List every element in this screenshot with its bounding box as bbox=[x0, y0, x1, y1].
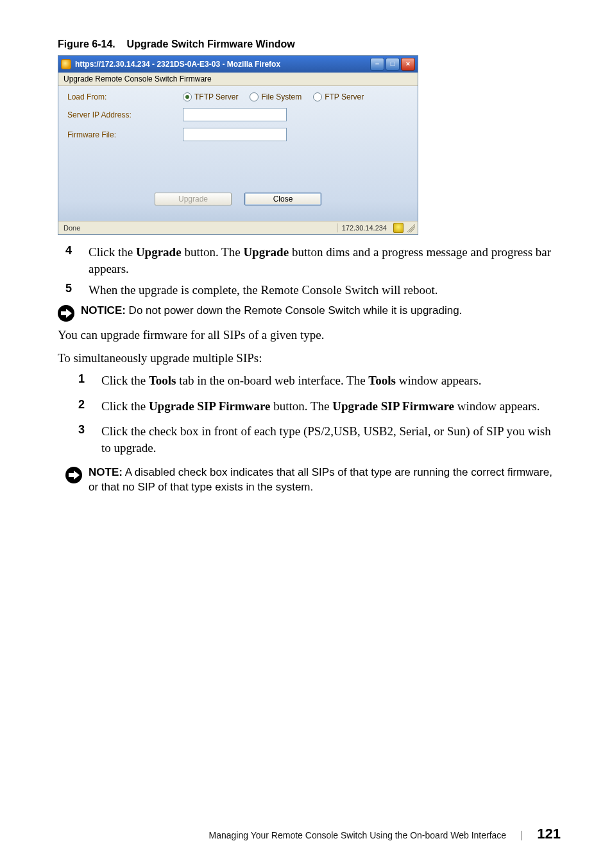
server-ip-input[interactable] bbox=[183, 108, 287, 121]
firmware-file-input[interactable] bbox=[183, 128, 287, 141]
status-text: Done bbox=[64, 224, 337, 232]
close-window-button[interactable]: × bbox=[401, 58, 415, 71]
footer-text: Managing Your Remote Console Switch Usin… bbox=[209, 830, 507, 840]
ol-1-number: 1 bbox=[78, 372, 101, 389]
radio-ftp-label: FTP Server bbox=[325, 92, 364, 101]
radio-tftp-label: TFTP Server bbox=[194, 92, 238, 101]
note-callout: NOTE: A disabled check box indicates tha… bbox=[65, 465, 561, 495]
page-number: 121 bbox=[537, 826, 561, 842]
firefox-icon bbox=[61, 59, 71, 69]
figure-title: Upgrade Switch Firmware Window bbox=[127, 39, 295, 49]
radio-file-label: File System bbox=[261, 92, 302, 101]
step-4-number: 4 bbox=[65, 244, 89, 277]
notice-label: NOTICE: bbox=[81, 304, 126, 317]
upgrade-button[interactable]: Upgrade bbox=[155, 193, 232, 205]
status-ip: 172.30.14.234 bbox=[337, 223, 391, 232]
radio-ftp-dot-icon bbox=[313, 92, 322, 101]
note-label: NOTE: bbox=[89, 466, 123, 478]
ol-3-text: Click the check box in front of each typ… bbox=[101, 423, 561, 456]
ol-1-text: Click the Tools tab in the on-board web … bbox=[101, 372, 481, 389]
notice-text: Do not power down the Remote Console Swi… bbox=[126, 304, 462, 317]
radio-file-dot-icon bbox=[250, 92, 259, 101]
radio-ftp[interactable]: FTP Server bbox=[313, 92, 364, 101]
radio-tftp-dot-icon bbox=[183, 92, 192, 101]
close-button[interactable]: Close bbox=[244, 193, 321, 205]
minimize-button[interactable]: – bbox=[370, 58, 384, 71]
note-text: A disabled check box indicates that all … bbox=[89, 466, 552, 493]
figure-label: Figure 6-14. bbox=[58, 39, 115, 49]
load-from-radio-group: TFTP Server File System FTP Server bbox=[183, 92, 364, 101]
maximize-button[interactable]: □ bbox=[386, 58, 400, 71]
ol-2-number: 2 bbox=[78, 398, 101, 415]
step-5-number: 5 bbox=[65, 282, 89, 299]
note-arrow-icon bbox=[65, 467, 82, 483]
title-bar: https://172.30.14.234 - 2321DS-0A-E3-03 … bbox=[58, 56, 418, 73]
notice-arrow-icon bbox=[58, 305, 74, 322]
radio-file-system[interactable]: File System bbox=[250, 92, 302, 101]
paragraph-upgrade-sips: You can upgrade firmware for all SIPs of… bbox=[58, 327, 561, 343]
footer-separator: | bbox=[520, 829, 523, 841]
content-area: Load From: TFTP Server File System FTP S… bbox=[58, 86, 418, 221]
paragraph-to-upgrade: To simultaneously upgrade multiple SIPs: bbox=[58, 350, 561, 367]
screenshot-window: https://172.30.14.234 - 2321DS-0A-E3-03 … bbox=[58, 55, 418, 235]
firmware-file-label: Firmware File: bbox=[67, 130, 183, 139]
window-controls: – □ × bbox=[370, 58, 415, 71]
window-title: https://172.30.14.234 - 2321DS-0A-E3-03 … bbox=[75, 60, 366, 69]
notice-callout: NOTICE: Do not power down the Remote Con… bbox=[58, 304, 561, 322]
ol-3-number: 3 bbox=[78, 423, 101, 456]
figure-caption: Figure 6-14. Upgrade Switch Firmware Win… bbox=[58, 39, 561, 50]
step-5-text: When the upgrade is complete, the Remote… bbox=[89, 282, 438, 299]
resize-grip-icon bbox=[406, 223, 415, 232]
load-from-label: Load From: bbox=[67, 92, 183, 101]
page-footer: Managing Your Remote Console Switch Usin… bbox=[58, 826, 561, 842]
ol-2-text: Click the Upgrade SIP Firmware button. T… bbox=[101, 398, 540, 415]
panel-header: Upgrade Remote Console Switch Firmware bbox=[58, 73, 418, 86]
radio-tftp[interactable]: TFTP Server bbox=[183, 92, 238, 101]
lock-icon bbox=[393, 223, 404, 233]
status-bar: Done 172.30.14.234 bbox=[58, 221, 418, 234]
step-4-text: Click the Upgrade button. The Upgrade bu… bbox=[89, 244, 561, 277]
server-ip-label: Server IP Address: bbox=[67, 110, 183, 119]
